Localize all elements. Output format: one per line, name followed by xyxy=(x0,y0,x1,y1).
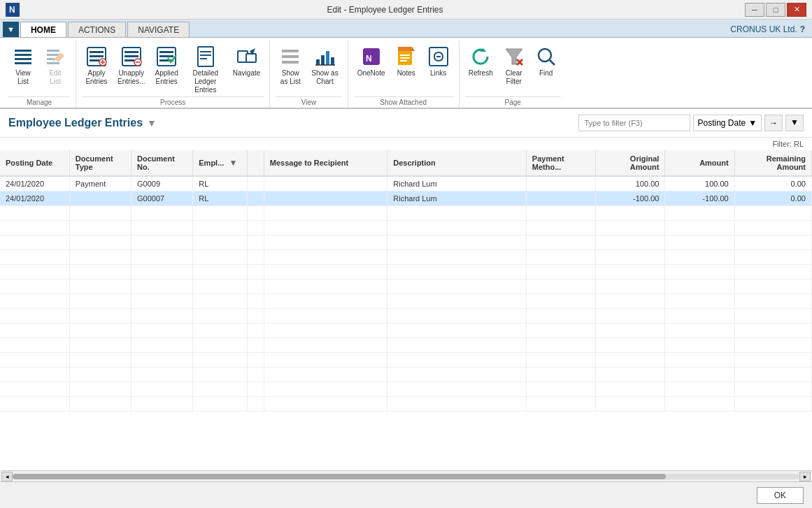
scrollbar-track[interactable] xyxy=(13,474,799,479)
unapply-entries-button[interactable]: UnapplyEntries... xyxy=(114,43,148,88)
cell-empl-no: RL xyxy=(193,176,247,191)
cell-message xyxy=(264,176,387,191)
page-title-dropdown[interactable]: ▼ xyxy=(147,117,157,129)
detailed-ledger-button[interactable]: DetailedLedger Entries xyxy=(185,43,227,96)
svg-rect-48 xyxy=(400,55,410,56)
cell-original-amount: -100.00 xyxy=(596,191,665,206)
refresh-icon xyxy=(469,45,492,68)
svg-rect-21 xyxy=(124,55,138,57)
col-header-message[interactable]: Message to Recipient xyxy=(264,150,387,176)
apply-entries-button[interactable]: ApplyEntries xyxy=(82,43,111,88)
apply-entries-label: ApplyEntries xyxy=(85,69,107,86)
col-header-posting-date[interactable]: Posting Date xyxy=(0,150,69,176)
unapply-entries-icon xyxy=(120,45,143,68)
filter-input[interactable] xyxy=(578,115,690,131)
notes-icon xyxy=(395,45,418,68)
applied-entries-button[interactable]: AppliedEntries xyxy=(151,43,181,88)
tab-actions[interactable]: ACTIONS xyxy=(68,22,126,37)
window-controls: ─ □ ✕ xyxy=(745,3,806,17)
ribbon-group-process: ApplyEntries UnapplyEntries... AppliedEn… xyxy=(76,41,270,108)
col-header-amount[interactable]: Amount xyxy=(665,150,734,176)
table-empty-row xyxy=(0,235,812,250)
show-as-chart-label: Show asChart xyxy=(311,69,338,86)
navigate-icon xyxy=(236,45,258,68)
page-header: Employee Ledger Entries ▼ Posting Date ▼… xyxy=(0,109,812,138)
col-header-doc-no[interactable]: DocumentNo. xyxy=(131,150,193,176)
notes-button[interactable]: Notes xyxy=(392,43,421,80)
table-empty-row xyxy=(0,250,812,265)
view-list-button[interactable]: ViewList xyxy=(8,43,38,88)
svg-rect-38 xyxy=(316,59,320,65)
filter-go-button[interactable]: → xyxy=(764,115,783,131)
notes-label: Notes xyxy=(397,69,415,78)
cell-payment-method xyxy=(526,176,595,191)
scroll-right[interactable]: ▸ xyxy=(799,472,811,481)
cell-doc-type: Payment xyxy=(69,176,131,191)
apply-entries-icon xyxy=(85,45,108,68)
tab-dropdown[interactable]: ▼ xyxy=(3,22,19,37)
col-header-description[interactable]: Description xyxy=(387,150,527,176)
filter-expand-button[interactable]: ▼ xyxy=(785,115,804,131)
col-header-doc-type[interactable]: DocumentType xyxy=(69,150,131,176)
svg-rect-22 xyxy=(124,59,134,61)
onenote-label: OneNote xyxy=(357,69,385,78)
ribbon: ViewList EditList Manage ApplyEntries xyxy=(0,38,812,109)
find-button[interactable]: Find xyxy=(532,43,561,80)
svg-rect-37 xyxy=(282,61,299,64)
edit-list-button[interactable]: EditList xyxy=(41,43,70,88)
scrollbar-row[interactable]: ◂ ▸ xyxy=(0,470,812,481)
table-container[interactable]: Posting Date DocumentType DocumentNo. Em… xyxy=(0,150,812,470)
table-empty-row xyxy=(0,221,812,235)
ribbon-group-show-attached: N OneNote Notes Links Show Attached xyxy=(348,41,460,108)
svg-rect-13 xyxy=(90,51,104,53)
filter-area: Posting Date ▼ → ▼ xyxy=(578,115,804,131)
refresh-label: Refresh xyxy=(469,69,493,78)
show-as-chart-icon xyxy=(313,45,336,68)
cell-sort xyxy=(247,191,264,206)
table-row[interactable]: 24/01/2020PaymentG0009RLRichard Lum100.0… xyxy=(0,176,812,191)
app-logo: N xyxy=(6,3,20,17)
ledger-table: Posting Date DocumentType DocumentNo. Em… xyxy=(0,150,812,412)
col-header-original[interactable]: OriginalAmount xyxy=(596,150,665,176)
table-row[interactable]: 24/01/2020G00007RLRichard Lum-100.00-100… xyxy=(0,191,812,206)
detailed-ledger-icon xyxy=(194,45,217,68)
cell-empl-no: RL xyxy=(193,191,247,206)
links-button[interactable]: Links xyxy=(424,43,453,80)
window-title: Edit - Employee Ledger Entries xyxy=(25,5,745,15)
ribbon-group-page-label: Page xyxy=(465,96,561,108)
onenote-button[interactable]: N OneNote xyxy=(354,43,389,80)
svg-text:N: N xyxy=(366,54,372,64)
col-header-remaining[interactable]: RemainingAmount xyxy=(734,150,811,176)
ok-button[interactable]: OK xyxy=(757,487,804,504)
clear-filter-button[interactable]: ClearFilter xyxy=(499,43,529,88)
restore-button[interactable]: □ xyxy=(766,3,785,17)
ribbon-group-view: Showas List Show asChart View xyxy=(270,41,348,108)
show-as-list-icon xyxy=(279,45,301,68)
ribbon-group-manage: ViewList EditList Manage xyxy=(3,41,76,108)
refresh-button[interactable]: Refresh xyxy=(465,43,497,80)
show-as-chart-button[interactable]: Show asChart xyxy=(308,43,341,88)
col-header-empl-no[interactable]: Empl... ▼ xyxy=(193,150,247,176)
svg-rect-29 xyxy=(198,47,213,66)
svg-marker-47 xyxy=(412,47,415,51)
table-empty-row xyxy=(0,294,812,309)
tab-navigate[interactable]: NAVIGATE xyxy=(127,22,190,37)
close-button[interactable]: ✕ xyxy=(787,3,806,17)
minimize-button[interactable]: ─ xyxy=(745,3,764,17)
ribbon-group-page: Refresh ClearFilter Find Page xyxy=(460,41,567,108)
navigate-button[interactable]: Navigate xyxy=(229,43,264,80)
unapply-entries-label: UnapplyEntries... xyxy=(117,69,145,86)
scroll-left[interactable]: ◂ xyxy=(1,472,13,481)
table-empty-row xyxy=(0,309,812,324)
col-header-payment[interactable]: PaymentMetho... xyxy=(526,150,595,176)
help-icon[interactable]: ? xyxy=(800,24,805,34)
show-as-list-button[interactable]: Showas List xyxy=(276,43,305,88)
ribbon-group-manage-label: Manage xyxy=(8,96,70,108)
svg-rect-46 xyxy=(398,47,412,51)
svg-rect-50 xyxy=(400,60,407,61)
tab-home[interactable]: HOME xyxy=(20,22,66,37)
cell-amount: -100.00 xyxy=(665,191,734,206)
filter-dropdown[interactable]: Posting Date ▼ xyxy=(693,115,762,131)
svg-rect-40 xyxy=(326,51,329,65)
cell-payment-method xyxy=(526,191,595,206)
